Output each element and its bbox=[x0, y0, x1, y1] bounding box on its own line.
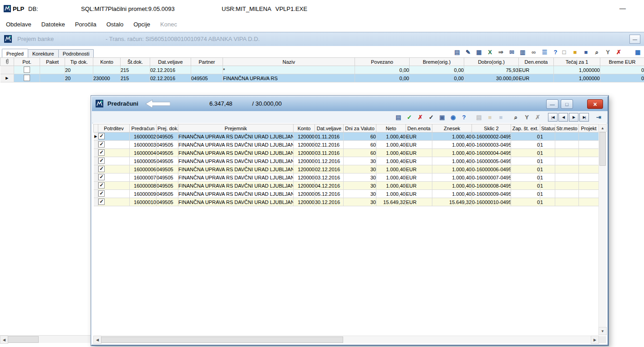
nav-prev-icon[interactable]: ◀ bbox=[558, 113, 568, 122]
column-header[interactable]: Dat.veljave bbox=[315, 124, 344, 133]
table-row[interactable]: 20 230000 215 02.12.2016 049505 FINANČNA… bbox=[0, 74, 644, 82]
confirm-checkbox[interactable] bbox=[98, 199, 105, 205]
column-header[interactable]: Tip dok. bbox=[65, 58, 93, 66]
menu-item-ostalo[interactable]: Ostalo bbox=[101, 20, 129, 29]
column-header[interactable]: Den.enota bbox=[406, 124, 432, 133]
save-icon[interactable]: ■ bbox=[581, 47, 591, 57]
report-icon[interactable]: ▤ bbox=[393, 112, 404, 122]
export-icon[interactable]: ⇒ bbox=[496, 47, 506, 57]
confirm-checkbox[interactable] bbox=[98, 182, 105, 189]
confirm-all-icon[interactable]: ✓ bbox=[404, 112, 415, 122]
column-header[interactable]: Povezano bbox=[355, 58, 410, 66]
mail-icon[interactable]: ✉ bbox=[507, 47, 517, 57]
new-document-icon[interactable]: □ bbox=[559, 47, 569, 57]
table-row[interactable]: 16000002 049505 FINANČNA UPRAVA RS DAVČN… bbox=[94, 133, 599, 141]
help-icon[interactable]: ? bbox=[459, 112, 469, 122]
tab-pregled[interactable]: Pregled bbox=[2, 49, 28, 57]
column-header[interactable]: Status bbox=[540, 124, 555, 133]
column-header[interactable]: Str.mesto bbox=[555, 124, 579, 133]
column-header[interactable]: Dobro(orig.) bbox=[464, 58, 519, 66]
row-checkbox[interactable] bbox=[24, 66, 30, 73]
column-header[interactable]: Breme EUR bbox=[600, 58, 644, 66]
scrollbar-thumb[interactable] bbox=[101, 337, 343, 343]
table-row[interactable]: 16000009 049505 FINANČNA UPRAVA RS DAVČN… bbox=[94, 190, 599, 198]
copy-icon[interactable]: ▣ bbox=[437, 112, 447, 122]
filter-icon[interactable]: Y bbox=[603, 47, 613, 57]
confirm-checkbox[interactable] bbox=[98, 158, 105, 164]
column-header[interactable]: Prej. dok. bbox=[157, 124, 178, 133]
modal-titlebar[interactable]: Predračuni 6.347,48 / 30.000,00 — □ × bbox=[92, 97, 608, 112]
table-row[interactable]: 16000010 049505 FINANČNA UPRAVA RS DAVČN… bbox=[94, 198, 599, 206]
menu-item-konec[interactable]: Konec bbox=[155, 20, 182, 29]
column-header[interactable]: Zap. št. ext. bbox=[511, 124, 540, 133]
confirm-icon[interactable]: ✓ bbox=[426, 112, 436, 122]
attachment-icon[interactable]: ∞ bbox=[528, 47, 539, 57]
scroll-up-icon[interactable]: ▲ bbox=[598, 124, 607, 132]
nav-last-icon[interactable]: ▶| bbox=[579, 113, 589, 122]
menu-item-obdelave[interactable]: Obdelave bbox=[1, 20, 36, 29]
excel-export-icon[interactable]: X bbox=[485, 47, 495, 57]
column-header[interactable]: Predračun bbox=[130, 124, 157, 133]
column-header[interactable]: Den.enota bbox=[519, 58, 554, 66]
column-header[interactable]: Konto bbox=[294, 124, 315, 133]
app-minimize-button[interactable]: — bbox=[619, 5, 626, 12]
scroll-left-icon[interactable]: ◀ bbox=[93, 336, 101, 344]
columns-icon[interactable]: ▥ bbox=[517, 47, 528, 57]
datagrid-icon[interactable]: ▦ bbox=[474, 47, 484, 57]
column-header[interactable]: Znesek bbox=[432, 124, 472, 133]
column-header[interactable]: Prejemnik bbox=[178, 124, 294, 133]
column-header[interactable]: Konto bbox=[93, 58, 121, 66]
search-icon[interactable]: ⌕ bbox=[592, 47, 602, 57]
message-icon[interactable]: ☰ bbox=[539, 47, 550, 57]
clear-filter-icon[interactable]: ✗ bbox=[532, 112, 543, 122]
column-header[interactable]: Partner bbox=[191, 58, 223, 66]
modal-maximize-button[interactable]: □ bbox=[561, 99, 573, 109]
scroll-down-icon[interactable]: ▼ bbox=[598, 327, 607, 335]
scrollbar-thumb[interactable] bbox=[8, 336, 39, 343]
modal-minimize-button[interactable]: — bbox=[546, 99, 558, 109]
table-row[interactable]: 16000005 049505 FINANČNA UPRAVA RS DAVČN… bbox=[94, 157, 599, 165]
column-header[interactable]: Dni za Valuto bbox=[344, 124, 376, 133]
column-header[interactable]: Neto bbox=[376, 124, 406, 133]
open-folder-icon[interactable]: ■ bbox=[570, 47, 580, 57]
nav-next-icon[interactable]: ▶ bbox=[569, 113, 578, 122]
print-icon[interactable]: ▤ bbox=[474, 112, 484, 122]
table-row[interactable]: 16000003 049505 FINANČNA UPRAVA RS DAVČN… bbox=[94, 141, 599, 149]
cancel-all-icon[interactable]: ✗ bbox=[415, 112, 426, 122]
edit-icon[interactable]: ✎ bbox=[463, 47, 473, 57]
confirm-checkbox[interactable] bbox=[98, 166, 105, 172]
search-icon[interactable]: ⌕ bbox=[511, 112, 521, 122]
scroll-left-icon[interactable]: ◀ bbox=[0, 336, 8, 344]
save-icon[interactable]: ■ bbox=[496, 112, 506, 122]
column-header[interactable]: Potrditev bbox=[98, 124, 130, 133]
column-header[interactable]: Pot. bbox=[14, 58, 40, 66]
scrollbar-thumb[interactable] bbox=[599, 132, 606, 166]
table-row[interactable]: 16000007 049505 FINANČNA UPRAVA RS DAVČN… bbox=[94, 174, 599, 182]
report-icon[interactable]: ▤ bbox=[452, 47, 462, 57]
menu-item-opcije[interactable]: Opcije bbox=[128, 20, 155, 29]
tab-podrobnosti[interactable]: Podrobnosti bbox=[58, 49, 94, 57]
row-checkbox[interactable] bbox=[24, 75, 30, 81]
table-row[interactable]: 16000004 049505 FINANČNA UPRAVA RS DAVČN… bbox=[94, 149, 599, 157]
confirm-checkbox[interactable] bbox=[98, 141, 105, 148]
menu-item-porocila[interactable]: Poročila bbox=[70, 20, 101, 29]
column-header[interactable]: Breme(orig.) bbox=[410, 58, 464, 66]
column-header[interactable]: Paket bbox=[40, 58, 65, 66]
column-header[interactable]: Naziv bbox=[223, 58, 355, 66]
column-header[interactable]: Dat.veljave bbox=[150, 58, 191, 66]
column-header[interactable]: Št.dok. bbox=[121, 58, 150, 66]
confirm-checkbox[interactable] bbox=[98, 190, 105, 197]
window-grid-icon[interactable]: ▦ bbox=[633, 47, 643, 57]
attachment-column-header[interactable] bbox=[0, 58, 14, 66]
child-minimize-button[interactable]: — bbox=[629, 35, 640, 44]
close-icon[interactable]: ✗ bbox=[614, 47, 624, 57]
column-header[interactable]: Tečaj za 1 bbox=[554, 58, 600, 66]
confirm-checkbox[interactable] bbox=[98, 174, 105, 180]
table-row[interactable]: 16000006 049505 FINANČNA UPRAVA RS DAVČN… bbox=[94, 165, 599, 174]
menu-item-datoteke[interactable]: Datoteke bbox=[36, 20, 70, 29]
nav-first-icon[interactable]: |◀ bbox=[548, 113, 558, 122]
globe-icon[interactable]: ◉ bbox=[448, 112, 458, 122]
tab-korekture[interactable]: Korekture bbox=[28, 49, 59, 57]
confirm-checkbox[interactable] bbox=[98, 133, 105, 139]
column-header[interactable]: Projekt bbox=[579, 124, 599, 133]
